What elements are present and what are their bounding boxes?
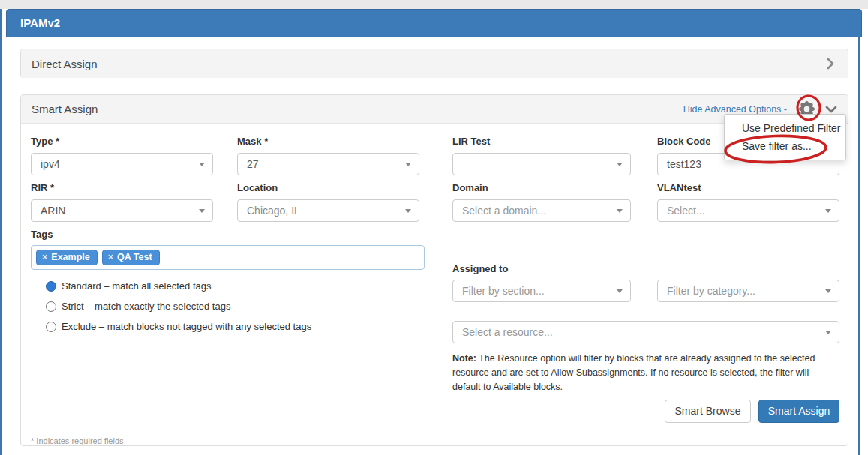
- type-value: ipv4: [41, 158, 60, 170]
- filter-by-category-select[interactable]: Filter by category...: [657, 280, 839, 302]
- filter-dropdown-menu: Use Predefined Filter Save filter as...: [724, 114, 846, 160]
- caret-icon: [199, 209, 205, 213]
- vlantest-placeholder: Select...: [667, 205, 705, 217]
- caret-icon: [199, 163, 205, 166]
- smart-browse-button[interactable]: Smart Browse: [665, 400, 751, 423]
- tag-chip: × Example: [36, 250, 98, 265]
- domain-placeholder: Select a domain...: [462, 205, 546, 217]
- caret-icon: [617, 289, 623, 293]
- category-placeholder: Filter by category...: [667, 285, 755, 297]
- note-text: The Resource option will filter by block…: [452, 353, 815, 392]
- assigned-to-label: Assigned to: [452, 263, 508, 274]
- caret-icon: [825, 209, 831, 213]
- lir-test-select[interactable]: [452, 153, 631, 175]
- tags-input[interactable]: × Example × QA Test: [31, 245, 425, 270]
- tag-chip: × QA Test: [102, 250, 160, 265]
- chevron-down-icon[interactable]: [825, 106, 837, 113]
- radio-strict[interactable]: Strict – match exactly the selected tags: [46, 301, 230, 312]
- section-placeholder: Filter by section...: [462, 285, 545, 297]
- caret-icon: [617, 163, 623, 166]
- smart-assign-button[interactable]: Smart Assign: [758, 400, 839, 423]
- note-label: Note:: [452, 353, 476, 364]
- rir-value: ARIN: [41, 205, 65, 217]
- block-code-label: Block Code: [657, 136, 711, 147]
- tag-label: Example: [51, 252, 89, 262]
- radio-exclude[interactable]: Exclude – match blocks not tagged with a…: [46, 321, 311, 332]
- resource-select[interactable]: Select a resource...: [452, 321, 839, 343]
- ipam-page: IPAMv2 Direct Assign Smart Assign Hide A…: [0, 0, 868, 455]
- radio-label: Exclude – match blocks not tagged with a…: [62, 321, 311, 332]
- domain-select[interactable]: Select a domain...: [452, 199, 631, 222]
- caret-icon: [617, 209, 623, 213]
- location-value: Chicago, IL: [247, 205, 300, 217]
- location-select[interactable]: Chicago, IL: [237, 199, 419, 222]
- radio-unselected-icon[interactable]: [46, 301, 56, 312]
- caret-icon: [405, 163, 411, 166]
- caret-icon: [825, 331, 831, 334]
- vlantest-label: VLANtest: [657, 182, 701, 193]
- type-select[interactable]: ipv4: [31, 153, 213, 175]
- direct-assign-panel[interactable]: Direct Assign: [20, 49, 848, 78]
- menu-item-save-filter-as[interactable]: Save filter as...: [725, 137, 845, 155]
- top-strip: [0, 0, 868, 9]
- window-border-left: [0, 9, 2, 455]
- required-fields-note: * Indicates required fields: [31, 436, 124, 445]
- smart-assign-title: Smart Assign: [32, 103, 98, 115]
- caret-icon: [825, 289, 831, 293]
- vlantest-select[interactable]: Select...: [657, 199, 839, 222]
- mask-select[interactable]: 27: [237, 153, 419, 175]
- rir-label: RIR *: [31, 182, 54, 193]
- smart-assign-body: Type * ipv4 Mask * 27 LIR Test Block Cod…: [21, 124, 848, 446]
- tags-label: Tags: [31, 229, 53, 240]
- mask-value: 27: [247, 158, 259, 170]
- chevron-right-icon[interactable]: [827, 58, 834, 70]
- remove-tag-icon[interactable]: ×: [42, 252, 47, 262]
- radio-unselected-icon[interactable]: [46, 322, 56, 332]
- radio-selected-icon[interactable]: [46, 281, 56, 292]
- mask-label: Mask *: [237, 136, 268, 147]
- remove-tag-icon[interactable]: ×: [108, 252, 113, 262]
- rir-select[interactable]: ARIN: [31, 199, 213, 222]
- domain-label: Domain: [452, 182, 488, 193]
- menu-item-use-predefined-filter[interactable]: Use Predefined Filter: [725, 119, 845, 137]
- filter-by-section-select[interactable]: Filter by section...: [452, 280, 631, 302]
- radio-label: Strict – match exactly the selected tags: [62, 301, 230, 312]
- resource-placeholder: Select a resource...: [462, 326, 553, 338]
- radio-standard[interactable]: Standard – match all selected tags: [46, 280, 211, 292]
- hide-advanced-options-link[interactable]: Hide Advanced Options -: [683, 104, 787, 115]
- tag-label: QA Test: [117, 252, 152, 262]
- location-label: Location: [237, 182, 278, 193]
- window-border-right: [858, 9, 860, 455]
- caret-icon: [405, 209, 411, 213]
- direct-assign-title: Direct Assign: [32, 58, 98, 70]
- resource-note: Note: The Resource option will filter by…: [452, 352, 839, 394]
- page-title: IPAMv2: [6, 9, 862, 37]
- lir-test-label: LIR Test: [452, 136, 490, 147]
- type-label: Type *: [31, 136, 59, 147]
- radio-label: Standard – match all selected tags: [62, 280, 211, 292]
